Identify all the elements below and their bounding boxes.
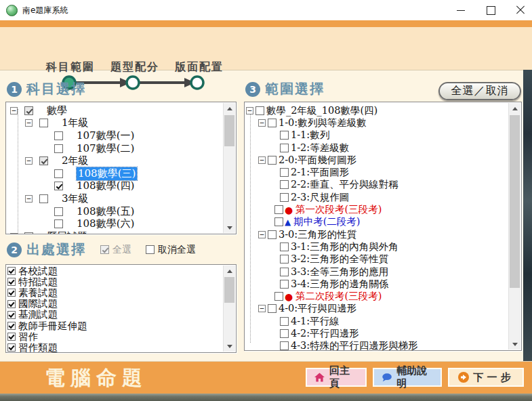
tree-label[interactable]: 數學_2年級_108數學(四): [266, 104, 377, 117]
tree-label[interactable]: 3-1:三角形的內角與外角: [291, 240, 398, 253]
tree-row[interactable]: −歷屆試題: [6, 230, 224, 234]
checkbox[interactable]: [280, 131, 289, 140]
tree-label[interactable]: 2-2:垂直、平分與線對稱: [291, 178, 398, 191]
tree-label[interactable]: 第一次段考(三段考): [295, 203, 382, 216]
expander-icon[interactable]: −: [246, 107, 253, 114]
scroll-up-icon[interactable]: [224, 266, 235, 276]
tree-label[interactable]: 108數學(三): [77, 167, 137, 180]
tree-label[interactable]: 107數學(二): [77, 142, 134, 155]
tree-row[interactable]: −2-0:平面幾何圖形: [245, 154, 509, 166]
select-all-toggle-button[interactable]: 全選／取消: [438, 82, 521, 100]
tree-label[interactable]: 108數學(六): [77, 217, 134, 230]
tree-label[interactable]: 1-1:數列: [291, 129, 329, 142]
checkbox[interactable]: [268, 156, 277, 165]
tree-row[interactable]: −4-1:平行線: [245, 315, 509, 327]
tree-row[interactable]: −2年級: [6, 154, 224, 167]
checkbox[interactable]: [54, 131, 63, 140]
checkbox[interactable]: [274, 292, 283, 301]
tree-row[interactable]: −●第二次段考(三段考): [245, 290, 509, 302]
expander-icon[interactable]: −: [10, 107, 18, 114]
checkbox[interactable]: [24, 232, 33, 234]
expander-icon[interactable]: −: [10, 233, 18, 234]
expander-icon[interactable]: −: [25, 195, 33, 203]
checkbox[interactable]: [274, 217, 283, 226]
tree-row[interactable]: −107數學(一): [6, 129, 224, 142]
tree-row[interactable]: −108數學(四): [6, 180, 224, 193]
checkbox[interactable]: [280, 180, 289, 189]
checkbox[interactable]: [268, 119, 277, 127]
checkbox[interactable]: [280, 144, 289, 152]
tree-row[interactable]: −2-3:尺規作圖: [245, 191, 509, 203]
tree-label[interactable]: 4-0:平行與四邊形: [279, 302, 356, 315]
tree-row[interactable]: −3-4:三角形的邊角關係: [245, 278, 509, 290]
tree-label[interactable]: 4-2:平行四邊形: [291, 327, 359, 340]
tree-row[interactable]: −4-2:平行四邊形: [245, 327, 509, 339]
expander-icon[interactable]: −: [25, 157, 33, 165]
tree-row[interactable]: −3-0:三角形的性質: [245, 228, 509, 240]
help-button[interactable]: 輔助說明: [373, 368, 442, 387]
tree-row[interactable]: −3-1:三角形的內角與外角: [245, 240, 509, 253]
scrollbar-thumb[interactable]: [224, 277, 234, 303]
tree-row[interactable]: −108數學(三): [6, 167, 224, 180]
checkbox[interactable]: [255, 106, 264, 115]
checkbox[interactable]: [280, 317, 289, 326]
clear-all-control[interactable]: 取消全選: [146, 244, 196, 256]
checkbox[interactable]: [280, 168, 289, 177]
scroll-down-icon[interactable]: [224, 341, 235, 352]
checkbox[interactable]: [268, 304, 277, 313]
checkbox[interactable]: [54, 169, 63, 178]
tree-label[interactable]: 歷屆試題: [47, 230, 87, 234]
list-item[interactable]: 國際試題: [7, 299, 224, 310]
checkbox[interactable]: [7, 311, 16, 319]
tree-label[interactable]: 3-3:全等三角形的應用: [291, 266, 388, 278]
tree-row[interactable]: −4-0:平行與四邊形: [245, 303, 509, 315]
next-step-button[interactable]: 下一步: [448, 368, 524, 387]
checkbox[interactable]: [7, 343, 16, 352]
tree-row[interactable]: −1年級: [6, 117, 224, 130]
checkbox[interactable]: [24, 106, 33, 115]
checkbox[interactable]: [39, 194, 48, 203]
expander-icon[interactable]: −: [25, 119, 33, 127]
checkbox[interactable]: [54, 182, 63, 190]
scroll-up-icon[interactable]: [224, 103, 235, 114]
checkbox[interactable]: [7, 267, 16, 275]
tree-label[interactable]: 2年級: [62, 154, 89, 167]
tree-row[interactable]: −2-1:平面圖形: [245, 166, 509, 178]
list-item[interactable]: 習作: [7, 331, 224, 342]
tree-label[interactable]: 4-1:平行線: [291, 315, 340, 328]
tree-label[interactable]: 2-0:平面幾何圖形: [279, 154, 356, 167]
scroll-down-icon[interactable]: [224, 222, 235, 233]
tree-row[interactable]: −●第一次段考(三段考): [245, 203, 509, 215]
tree-row[interactable]: −▲期中考(二段考): [245, 216, 509, 228]
source-list-scrollbar[interactable]: [223, 266, 235, 352]
tree-label[interactable]: 3年級: [62, 192, 89, 205]
tree-row[interactable]: −3-2:三角形的全等性質: [245, 253, 509, 266]
scroll-down-icon[interactable]: [509, 339, 520, 350]
checkbox[interactable]: [7, 289, 16, 297]
subject-tree-scrollbar[interactable]: [223, 103, 235, 233]
tree-label[interactable]: 2-1:平面圖形: [291, 166, 349, 179]
expander-icon[interactable]: −: [258, 156, 266, 164]
checkbox[interactable]: [274, 205, 283, 214]
checkbox[interactable]: [7, 333, 16, 341]
tree-row[interactable]: −108數學(六): [6, 217, 224, 230]
tree-label[interactable]: 3-2:三角形的全等性質: [291, 253, 388, 266]
scrollbar-thumb[interactable]: [224, 115, 234, 146]
tree-row[interactable]: −數學_2年級_108數學(四): [245, 104, 509, 117]
checkbox[interactable]: [280, 329, 289, 338]
tree-label[interactable]: 2-3:尺規作圖: [291, 191, 349, 204]
tree-label[interactable]: 1年級: [62, 117, 89, 129]
tree-label[interactable]: 數學: [47, 104, 67, 117]
checkbox[interactable]: [280, 268, 289, 276]
tree-row[interactable]: −4-3:特殊的平行四邊形與梯形: [245, 340, 509, 350]
home-button[interactable]: 回主頁: [306, 368, 367, 387]
minimize-icon[interactable]: [456, 5, 466, 15]
checkbox[interactable]: [54, 207, 63, 216]
tree-label[interactable]: 4-3:特殊的平行四邊形與梯形: [291, 339, 418, 350]
clear-all-checkbox[interactable]: [146, 245, 155, 254]
checkbox[interactable]: [280, 255, 289, 263]
tree-label[interactable]: 第二次段考(三段考): [295, 290, 382, 303]
list-item[interactable]: 素養試題: [7, 287, 224, 298]
expander-icon[interactable]: −: [258, 119, 266, 127]
expander-icon[interactable]: −: [258, 231, 266, 238]
